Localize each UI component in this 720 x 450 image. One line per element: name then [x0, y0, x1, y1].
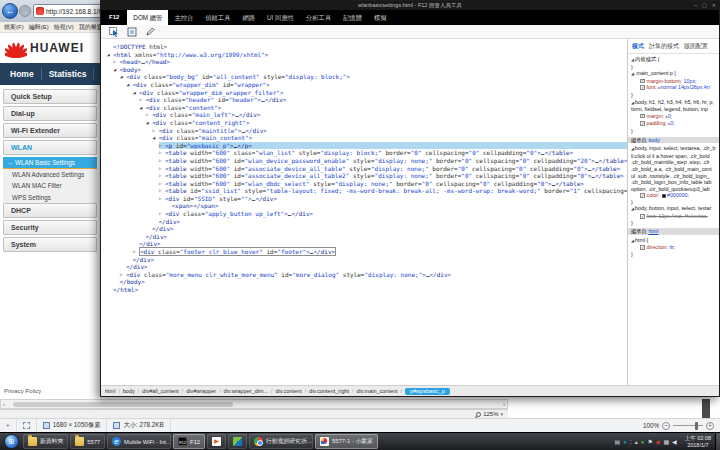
rule-selector[interactable]: ◢body, input, select, textarea, .clr_b — [631, 145, 716, 153]
printer-icon[interactable]: ▤ — [615, 438, 621, 446]
rule-selector[interactable]: ul .sub .rootstyle, .clr_bold_login_ — [631, 173, 716, 180]
tree-row[interactable]: ▷<div class="apply_button up_left">…</di… — [159, 210, 627, 218]
tab-[interactable]: 偵錯工具 — [199, 10, 236, 25]
property-checkbox[interactable] — [640, 193, 645, 198]
back-button[interactable]: ← — [2, 3, 18, 19]
zoom-slider[interactable] — [673, 425, 703, 426]
css-property[interactable]: font: ▸normal 14px/26px Ari — [631, 84, 716, 92]
zoom-slider-thumb[interactable] — [695, 422, 698, 430]
tree-row[interactable]: ◢<div class="content_right"> — [146, 119, 627, 127]
tree-row[interactable]: ▷<table width="600" id="wlan_dbdc_select… — [159, 180, 627, 188]
zoom-dropdown-icon[interactable]: ▾ — [500, 411, 503, 417]
crumb-body[interactable]: body — [123, 388, 135, 394]
property-checkbox[interactable] — [640, 85, 645, 90]
usb-red-icon[interactable]: ◆ — [656, 438, 661, 446]
tree-row[interactable]: ▷<table width="600" id="wlan_device_pass… — [159, 157, 627, 165]
rule-selector[interactable]: .clr_bold_a a, .clr_bold_main_cont — [631, 166, 716, 173]
tree-row[interactable]: ▷<div class="maintitle">…</div> — [153, 127, 628, 135]
tree-row[interactable]: ▷<div id="SSID" style="">…</div> — [159, 195, 627, 203]
crumb-div-all-content[interactable]: div#all_content — [142, 388, 179, 394]
tree-row[interactable]: </div> — [120, 263, 627, 271]
tree-row[interactable]: ◢<div class="wrapper_dim_wrapper_filter"… — [133, 89, 627, 97]
tab-dom[interactable]: DOM 總管 — [127, 10, 168, 25]
status-green-icon[interactable]: ● — [641, 438, 645, 446]
tree-row[interactable]: ▷<head>…</head> — [114, 58, 628, 66]
crumb-div-wrapper[interactable]: div#wrapper — [186, 388, 216, 394]
property-checkbox[interactable] — [640, 121, 645, 126]
rule-selector[interactable]: ◢body, button, input, select, textar — [631, 205, 716, 213]
inherited-source-link[interactable]: html — [648, 228, 658, 234]
rule-selector[interactable]: form, fieldset, legend, button, inp — [631, 106, 716, 113]
tab-ui[interactable]: UI 回應性 — [261, 10, 300, 25]
css-property[interactable]: margin-bottom: 10px; — [631, 78, 716, 85]
maximize-icon[interactable]: ▢ — [702, 1, 707, 10]
taskbar-button-folder[interactable]: 新資料夾 — [23, 434, 68, 449]
scroll-left-icon[interactable]: ‹ — [3, 400, 5, 408]
tree-row[interactable]: ◢<div class="main_content"> — [153, 134, 628, 142]
flag-icon[interactable]: ⚑ — [647, 438, 652, 446]
tree-row[interactable]: ◢<div class="content"> — [140, 104, 628, 112]
dots-icon[interactable]: ⁚ — [630, 438, 632, 446]
start-button[interactable]: ⊞ — [4, 434, 19, 449]
property-checkbox[interactable] — [640, 114, 645, 119]
close-icon[interactable]: ✕ — [712, 1, 716, 10]
network-icon[interactable]: ▦ — [663, 438, 669, 446]
css-property[interactable]: color: #000000; — [631, 192, 716, 199]
tree-row[interactable]: <!DOCTYPE html> — [107, 43, 627, 51]
tab-[interactable]: 主控台 — [168, 10, 199, 25]
tree-row[interactable]: </div> — [153, 218, 628, 226]
rule-close[interactable]: } — [631, 251, 716, 258]
tree-row[interactable]: ▷<table width="600" id="associate_device… — [159, 172, 627, 180]
menu-f[interactable]: 檔案(F) — [4, 23, 24, 32]
taskbar-button-f12[interactable]: F12F12 — [173, 434, 205, 449]
rule-selector[interactable]: .clr_bold_login_box_info_table tab — [631, 179, 716, 186]
menu-[interactable]: 我的最愛 — [79, 23, 100, 32]
taskbar-button-chrome[interactable]: 行動寬頻研究所... — [249, 434, 313, 449]
sidebar-item-system[interactable]: System — [3, 237, 97, 252]
nav-tab-home[interactable]: Home — [10, 69, 34, 79]
rule-close[interactable]: } — [631, 199, 716, 206]
tab-[interactable]: 網路 — [236, 10, 261, 25]
crumb-div-main-content[interactable]: div.main_content — [356, 388, 397, 394]
tab-[interactable]: 記憶體 — [337, 10, 368, 25]
select-element-icon[interactable] — [109, 27, 119, 37]
sidebar-item-dial-up[interactable]: Dial-up — [3, 106, 97, 121]
tree-row[interactable]: </div> — [146, 225, 627, 233]
menu-e[interactable]: 編輯(E) — [29, 23, 49, 32]
tree-row[interactable]: ◢<html xmlns="http://www.w3.org/1999/xht… — [107, 51, 627, 59]
collapse-icon[interactable]: ◢ — [631, 206, 634, 211]
rule-close[interactable]: } — [631, 128, 716, 135]
menu-v[interactable]: 檢視(V) — [54, 23, 74, 32]
rule-close[interactable]: } — [631, 64, 716, 71]
tree-row[interactable]: ◢<div class="body_bg" id="all_content" s… — [120, 73, 627, 81]
tree-row[interactable]: </body> — [114, 278, 628, 286]
tree-row[interactable]: ▷<div class="main_left">…</div> — [146, 111, 627, 119]
inherited-source-link[interactable]: body — [648, 137, 660, 143]
collapse-icon[interactable]: ◢ — [631, 100, 634, 105]
css-tab-[interactable]: 樣式 — [632, 42, 644, 51]
zoom-in-button[interactable]: + — [706, 422, 714, 430]
sidebar-item-dhcp[interactable]: DHCP — [3, 203, 97, 218]
tree-row[interactable]: ▷<div class="footer clr_blue_hover" id="… — [133, 248, 627, 256]
sidebar-item-wlan-advanced-settings[interactable]: WLAN Advanced Settings — [3, 169, 97, 181]
rule-close[interactable]: } — [631, 220, 716, 227]
sidebar-item-wps-settings[interactable]: WPS Settings — [3, 192, 97, 204]
crumb-html[interactable]: html — [105, 388, 115, 394]
tree-row[interactable]: </div> — [127, 256, 628, 264]
sidebar-item-wlan-basic-settings[interactable]: → WLAN Basic Settings — [3, 157, 97, 169]
privacy-policy-link[interactable]: Privacy Policy — [4, 388, 41, 394]
tab-[interactable]: 模擬 — [368, 10, 393, 25]
css-property[interactable]: margin: ▸0; — [631, 113, 716, 121]
taskbar-button-item[interactable]: ▶ — [207, 434, 226, 449]
edit-html-icon[interactable] — [145, 27, 155, 37]
scrollbar-thumb[interactable] — [13, 402, 233, 407]
nav-tab-statistics[interactable]: Statistics — [49, 69, 87, 79]
rule-selector[interactable]: ◢body, h1, h2, h3, h4, h5, h6, hr, p, — [631, 99, 716, 107]
collapse-icon[interactable]: ◢ — [631, 71, 634, 76]
tree-row[interactable]: ▷<div class="header" id="header">…</div> — [140, 96, 628, 104]
rule-selector[interactable]: ◢.main_content p { — [631, 70, 716, 78]
rule-selector[interactable]: .clr_bold_maintitle_step .step, .clr — [631, 159, 716, 166]
crumb-current[interactable]: p#wpsbasic_p — [405, 388, 450, 395]
sidebar-item-quick-setup[interactable]: Quick Setup — [3, 89, 97, 104]
crumb-div-wrapper-dim[interactable]: div.wrapper_dim... — [224, 388, 269, 394]
